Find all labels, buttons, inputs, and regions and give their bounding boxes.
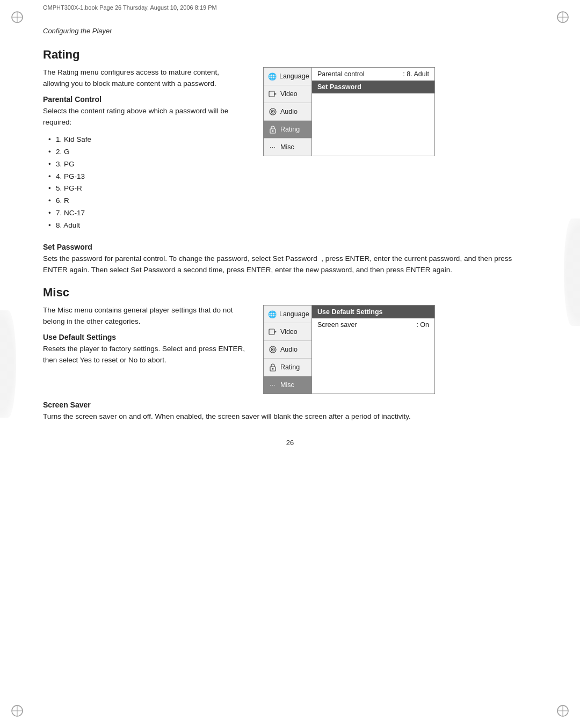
- sidebar-label-language: Language: [279, 72, 309, 80]
- misc-menu-sidebar: 🌐 Language Video: [264, 305, 312, 394]
- sidebar-item-rating: Rating: [264, 121, 311, 139]
- rating-item-5: 5. PG-R: [48, 183, 247, 195]
- sidebar-item-audio: Audio: [264, 103, 311, 121]
- misc-menu-ui: 🌐 Language Video: [263, 305, 435, 394]
- rating-intro: The Rating menu configures access to mat…: [43, 67, 247, 90]
- misc-sidebar-item-audio: Audio: [264, 341, 311, 359]
- rating-section-row: The Rating menu configures access to mat…: [43, 67, 537, 236]
- page-edge-left: [0, 310, 16, 418]
- ratings-list: 1. Kid Safe 2. G 3. PG 4. PG-13 5. PG-R …: [43, 134, 247, 232]
- svg-marker-20: [274, 331, 277, 333]
- misc-sidebar-item-video: Video: [264, 323, 311, 341]
- svg-point-25: [272, 368, 274, 370]
- rating-menu-box: 🌐 Language Video: [263, 67, 435, 156]
- page-number: 26: [43, 439, 537, 447]
- screen-saver-section: Screen Saver Turns the screen saver on a…: [43, 401, 537, 423]
- set-password-section: Set Password Sets the password for paren…: [43, 243, 537, 276]
- misc-sidebar-label-audio: Audio: [280, 346, 298, 353]
- use-default-settings-header: Use Default Settings: [312, 305, 434, 318]
- set-password-desc: Sets the password for parental control. …: [43, 253, 537, 276]
- misc-video-icon: [268, 327, 278, 337]
- page-container: OMPHT300X-1.book Page 26 Thursday, Augus…: [0, 0, 580, 728]
- page-header: Configuring the Player: [43, 27, 537, 35]
- screen-saver-value: : On: [416, 321, 429, 329]
- use-default-desc: Resets the player to factory settings. S…: [43, 344, 247, 366]
- language-icon: 🌐: [268, 71, 277, 81]
- misc-misc-icon: ···: [268, 380, 278, 390]
- svg-marker-13: [274, 93, 277, 95]
- corner-mark-tr: [555, 10, 570, 25]
- screen-saver-desc: Turns the screen saver on and off. When …: [43, 411, 537, 423]
- set-password-heading: Set Password: [43, 243, 537, 251]
- misc-sidebar-item-misc: ··· Misc: [264, 376, 311, 394]
- parental-control-value: : 8. Adult: [403, 70, 429, 78]
- sidebar-label-rating: Rating: [280, 126, 300, 133]
- svg-point-23: [272, 349, 273, 350]
- rating-section: Rating The Rating menu configures access…: [43, 48, 537, 276]
- rating-item-2: 2. G: [48, 146, 247, 158]
- sidebar-item-video: Video: [264, 85, 311, 103]
- set-password-header: Set Password: [312, 81, 434, 93]
- rating-item-1: 1. Kid Safe: [48, 134, 247, 146]
- rating-menu-sidebar: 🌐 Language Video: [264, 68, 312, 156]
- sidebar-label-audio: Audio: [280, 108, 298, 115]
- rating-item-6: 6. R: [48, 195, 247, 207]
- rating-item-8: 8. Adult: [48, 220, 247, 232]
- misc-sidebar-item-language: 🌐 Language: [264, 305, 311, 323]
- page-edge-right: [564, 219, 580, 326]
- corner-mark-tl: [10, 10, 25, 25]
- screen-saver-label: Screen saver: [317, 321, 416, 329]
- file-info: OMPHT300X-1.book Page 26 Thursday, Augus…: [43, 4, 217, 11]
- use-default-heading: Use Default Settings: [43, 333, 247, 341]
- corner-mark-br: [555, 703, 570, 718]
- rating-icon: [268, 125, 278, 134]
- svg-rect-19: [269, 329, 274, 334]
- rating-item-7: 7. NC-17: [48, 207, 247, 220]
- misc-sidebar-label-rating: Rating: [280, 363, 300, 371]
- misc-sidebar-label-misc: Misc: [280, 381, 294, 389]
- svg-point-18: [272, 130, 274, 132]
- sidebar-label-misc: Misc: [280, 143, 294, 151]
- video-icon: [268, 89, 278, 99]
- corner-mark-bl: [10, 703, 25, 718]
- misc-sidebar-label-language: Language: [279, 310, 309, 318]
- audio-icon: [268, 107, 278, 117]
- misc-intro: The Misc menu contains general player se…: [43, 305, 247, 327]
- misc-heading: Misc: [43, 286, 537, 300]
- rating-menu-ui: 🌐 Language Video: [263, 67, 435, 156]
- rating-item-3: 3. PG: [48, 158, 247, 171]
- parental-control-row: Parental control : 8. Adult: [312, 68, 434, 81]
- screen-saver-heading: Screen Saver: [43, 401, 537, 409]
- misc-menu-content: Use Default Settings Screen saver : On: [312, 305, 434, 394]
- misc-left: The Misc menu contains general player se…: [43, 305, 247, 372]
- misc-menu-box: 🌐 Language Video: [263, 305, 435, 394]
- sidebar-item-misc: ··· Misc: [264, 139, 311, 156]
- misc-sidebar-item-rating: Rating: [264, 359, 311, 376]
- parental-control-heading: Parental Control: [43, 95, 247, 104]
- rating-left: The Rating menu configures access to mat…: [43, 67, 247, 236]
- misc-sidebar-label-video: Video: [280, 328, 298, 336]
- svg-point-16: [272, 111, 273, 112]
- misc-language-icon: 🌐: [268, 309, 277, 319]
- parental-control-desc: Selects the content rating above which a…: [43, 106, 247, 128]
- screen-saver-row: Screen saver : On: [312, 318, 434, 331]
- svg-rect-12: [269, 91, 274, 97]
- parental-control-label: Parental control: [317, 70, 403, 78]
- misc-section-row: The Misc menu contains general player se…: [43, 305, 537, 394]
- sidebar-item-language: 🌐 Language: [264, 68, 311, 85]
- misc-audio-icon: [268, 345, 278, 354]
- misc-section: Misc The Misc menu contains general play…: [43, 286, 537, 423]
- sidebar-label-video: Video: [280, 90, 298, 98]
- rating-heading: Rating: [43, 48, 537, 62]
- rating-menu-content: Parental control : 8. Adult Set Password: [312, 68, 434, 156]
- misc-rating-icon: [268, 362, 278, 372]
- rating-item-4: 4. PG-13: [48, 171, 247, 183]
- misc-icon: ···: [268, 142, 278, 152]
